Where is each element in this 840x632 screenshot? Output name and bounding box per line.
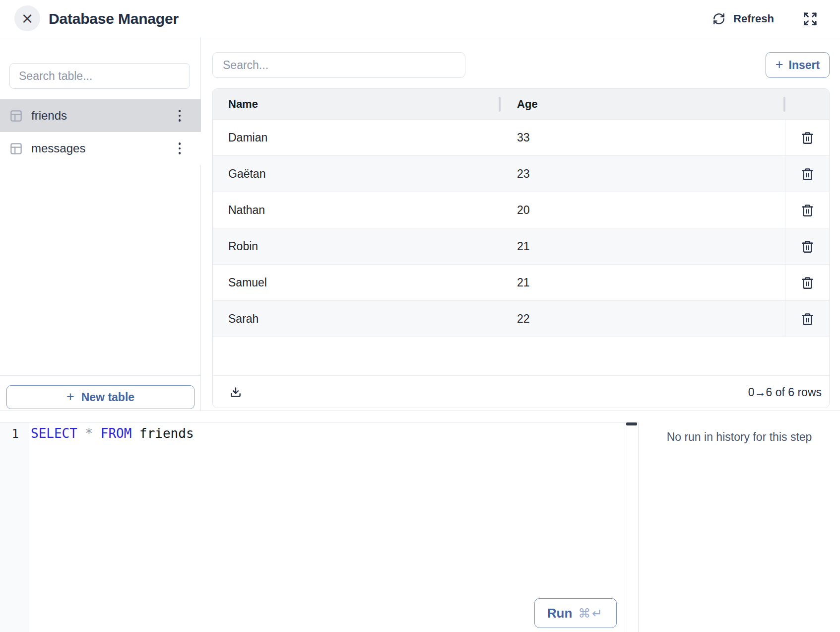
cell-age[interactable]: 21	[500, 228, 785, 264]
delete-row-button[interactable]	[799, 129, 816, 146]
sidebar-item-friends[interactable]: friends	[0, 99, 201, 132]
delete-row-button[interactable]	[799, 165, 816, 183]
sql-keyword: SELECT	[31, 426, 77, 441]
trash-icon	[801, 276, 814, 289]
refresh-label: Refresh	[733, 12, 774, 25]
rows-search-input[interactable]	[212, 52, 465, 78]
table-icon	[9, 109, 23, 123]
delete-row-button[interactable]	[799, 238, 816, 255]
sql-code-line: SELECT * FROM friends	[29, 422, 625, 441]
trash-icon	[801, 167, 814, 181]
history-empty-message: No run in history for this step	[667, 430, 812, 444]
refresh-button[interactable]: Refresh	[712, 0, 774, 37]
table-row: Sarah 22	[213, 301, 829, 337]
column-resize-handle[interactable]	[499, 97, 501, 112]
enter-key-icon: ↵	[592, 606, 604, 621]
editor-scrollbar[interactable]	[625, 422, 638, 632]
table-menu-button[interactable]	[172, 106, 187, 126]
plus-icon: +	[66, 390, 74, 404]
kebab-icon	[179, 142, 181, 145]
kebab-icon	[179, 110, 181, 112]
cell-age[interactable]: 23	[500, 156, 785, 192]
data-table-card: Name Age Damian 33 Gaëtan 23 Nath	[212, 88, 830, 408]
cell-age[interactable]: 20	[500, 192, 785, 228]
database-manager-window: × Database Manager Refresh	[0, 0, 840, 632]
export-button[interactable]	[228, 385, 243, 400]
run-shortcut: ⌘↵	[578, 606, 604, 621]
column-header-actions	[785, 89, 829, 119]
cell-name[interactable]: Samuel	[213, 265, 500, 300]
table-row: Gaëtan 23	[213, 156, 829, 192]
table-row: Robin 21	[213, 228, 829, 265]
table-footer: 0→6 of 6 rows	[213, 375, 829, 408]
column-header-age: Age	[500, 89, 785, 119]
cell-age[interactable]: 22	[500, 301, 785, 337]
insert-button[interactable]: + Insert	[766, 52, 830, 78]
sql-star: *	[85, 426, 93, 441]
line-number: 1	[0, 427, 19, 441]
scrollbar-thumb[interactable]	[626, 422, 637, 425]
sql-section: 1 SELECT * FROM friends Run ⌘↵ No run in…	[0, 411, 840, 632]
sql-table-name: friends	[139, 426, 194, 441]
table-body: Damian 33 Gaëtan 23 Nathan 20 Robin 21	[213, 120, 829, 337]
sidebar-item-messages[interactable]: messages	[0, 132, 201, 165]
command-key-icon: ⌘	[578, 606, 592, 621]
table-header-row: Name Age	[213, 89, 829, 120]
topbar: × Database Manager Refresh	[0, 0, 840, 37]
cell-name[interactable]: Damian	[213, 120, 500, 155]
refresh-icon	[712, 12, 725, 25]
new-table-label: New table	[81, 391, 134, 404]
close-button[interactable]: ×	[14, 5, 40, 31]
page-title: Database Manager	[49, 0, 179, 37]
results-pane: + Insert Name Age Damian 33 Gaëtan 23	[201, 37, 840, 411]
table-search-input[interactable]	[9, 63, 190, 89]
editor-gutter: 1	[0, 422, 29, 632]
column-resize-handle[interactable]	[783, 97, 785, 112]
sidebar: friends messages + New table	[0, 37, 201, 411]
trash-icon	[801, 312, 814, 326]
table-row: Nathan 20	[213, 192, 829, 228]
table-icon	[9, 142, 23, 155]
sidebar-item-label: friends	[31, 109, 67, 123]
delete-row-button[interactable]	[799, 202, 816, 219]
cell-age[interactable]: 33	[500, 120, 785, 155]
table-empty-space	[213, 337, 829, 375]
sidebar-item-label: messages	[31, 141, 85, 155]
delete-row-button[interactable]	[799, 310, 816, 328]
column-header-name: Name	[213, 89, 500, 119]
rows-count-info: 0→6 of 6 rows	[748, 386, 822, 399]
cell-age[interactable]: 21	[500, 265, 785, 300]
table-row: Samuel 21	[213, 265, 829, 301]
delete-row-button[interactable]	[799, 274, 816, 291]
sql-keyword: FROM	[101, 426, 132, 441]
cell-name[interactable]: Nathan	[213, 192, 500, 228]
cell-name[interactable]: Sarah	[213, 301, 500, 337]
new-table-button[interactable]: + New table	[6, 385, 194, 409]
sidebar-footer-divider	[0, 375, 201, 376]
run-label: Run	[547, 606, 573, 621]
cell-name[interactable]: Robin	[213, 228, 500, 264]
table-menu-button[interactable]	[172, 139, 187, 158]
expand-icon	[803, 11, 818, 26]
table-row: Damian 33	[213, 120, 829, 156]
insert-label: Insert	[789, 59, 820, 72]
cell-name[interactable]: Gaëtan	[213, 156, 500, 192]
download-icon	[229, 386, 242, 399]
trash-icon	[801, 204, 814, 217]
close-icon: ×	[21, 11, 33, 26]
fullscreen-button[interactable]	[803, 11, 818, 26]
trash-icon	[801, 240, 814, 253]
run-history-panel: No run in history for this step	[639, 422, 840, 632]
trash-icon	[801, 131, 814, 144]
plus-icon: +	[775, 58, 783, 71]
run-button[interactable]: Run ⌘↵	[534, 598, 617, 628]
